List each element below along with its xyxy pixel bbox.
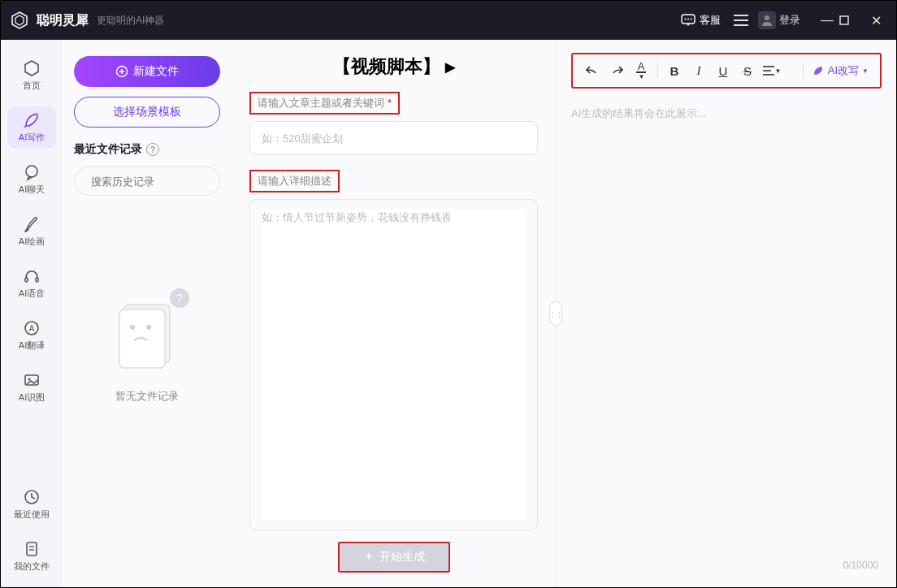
brush-icon — [23, 215, 41, 233]
file-icon — [23, 540, 41, 558]
hexagon-icon — [23, 59, 41, 77]
maximize-icon[interactable] — [839, 15, 864, 25]
svg-rect-21 — [27, 543, 37, 556]
result-panel: A▼ B I U S ▼ AI改写 ▼ AI生成的结果将会在此展示... 0/1… — [557, 40, 896, 587]
translate-icon: A — [23, 319, 41, 337]
editor-panel: 【视频脚本】 ▶ 请输入文章主题或者关键词 * 请输入详细描述 开始生成 — [232, 40, 556, 587]
page-title[interactable]: 【视频脚本】 ▶ — [249, 54, 538, 79]
menu-icon[interactable] — [734, 15, 748, 26]
sidebar-nav: 首页 AI写作 AI聊天 AI绘画 AI语音 A AI翻译 AI识图 — [1, 40, 63, 587]
nav-ai-voice[interactable]: AI语音 — [7, 262, 56, 305]
nav-my-files[interactable]: 我的文件 — [7, 535, 56, 577]
svg-rect-15 — [36, 278, 38, 282]
nav-home[interactable]: 首页 — [7, 54, 56, 97]
bold-button[interactable]: B — [663, 59, 686, 82]
app-name: 聪明灵犀 — [37, 12, 89, 29]
history-search-input[interactable] — [91, 175, 228, 188]
empty-file-icon: ? — [110, 293, 184, 374]
nav-ai-art[interactable]: AI绘画 — [7, 210, 56, 253]
plus-circle-icon — [115, 65, 128, 78]
divider-handle[interactable]: ⋮⋮ — [549, 301, 562, 326]
svg-rect-10 — [840, 16, 848, 24]
svg-marker-1 — [15, 15, 24, 25]
result-area[interactable]: AI生成的结果将会在此展示... 0/10000 — [571, 106, 882, 574]
redo-button[interactable] — [605, 59, 628, 82]
svg-text:A: A — [29, 324, 35, 333]
description-label: 请输入详细描述 — [249, 170, 340, 192]
app-subtitle: 更聪明的AI神器 — [97, 14, 164, 28]
customer-service-button[interactable]: 客服 — [681, 13, 721, 28]
generate-button[interactable]: 开始生成 — [338, 542, 450, 573]
svg-line-12 — [24, 126, 26, 128]
nav-ai-image-recog[interactable]: AI识图 — [7, 366, 56, 409]
empty-state: ? 暂无文件记录 — [74, 293, 220, 404]
leaf-icon — [812, 64, 825, 77]
minimize-icon[interactable]: — — [815, 13, 839, 28]
ai-rewrite-button[interactable]: AI改写 ▼ — [808, 63, 872, 78]
svg-point-32 — [146, 325, 151, 330]
description-input[interactable] — [262, 210, 526, 520]
sparkle-icon — [363, 551, 375, 563]
svg-rect-14 — [25, 278, 28, 282]
file-panel: 新建文件 选择场景模板 最近文件记录 ? ? 暂无文件记录 — [63, 40, 232, 587]
empty-text: 暂无文件记录 — [115, 389, 179, 404]
underline-button[interactable]: U — [712, 59, 734, 82]
undo-button[interactable] — [581, 59, 604, 82]
svg-point-19 — [28, 378, 31, 381]
description-box — [249, 199, 538, 530]
new-file-button[interactable]: 新建文件 — [74, 56, 220, 87]
svg-point-9 — [765, 15, 769, 20]
nav-ai-writing[interactable]: AI写作 — [7, 106, 56, 149]
help-icon[interactable]: ? — [146, 143, 159, 156]
question-badge-icon: ? — [170, 288, 189, 308]
svg-marker-11 — [25, 61, 38, 76]
svg-point-31 — [130, 325, 135, 330]
login-button[interactable]: 登录 — [779, 13, 800, 28]
play-icon: ▶ — [445, 59, 455, 75]
image-icon — [23, 371, 41, 389]
body-area: 首页 AI写作 AI聊天 AI绘画 AI语音 A AI翻译 AI识图 — [1, 40, 896, 587]
feather-icon — [23, 111, 41, 129]
topic-label: 请输入文章主题或者关键词 * — [249, 92, 400, 115]
strike-button[interactable]: S — [736, 59, 759, 82]
svg-marker-0 — [12, 12, 27, 28]
svg-point-4 — [687, 19, 689, 20]
topic-input[interactable] — [249, 121, 538, 155]
nav-ai-chat[interactable]: AI聊天 — [7, 158, 56, 201]
avatar-icon — [758, 11, 776, 29]
title-bar: 聪明灵犀 更聪明的AI神器 客服 登录 — ✕ — [1, 1, 896, 40]
headphones-icon — [23, 267, 41, 285]
char-count: 0/10000 — [843, 560, 878, 571]
panel-divider: ⋮⋮ — [556, 40, 557, 587]
svg-point-5 — [691, 19, 692, 20]
chat-bubble-icon — [23, 163, 41, 181]
history-header: 最近文件记录 ? — [74, 142, 220, 157]
history-search[interactable] — [74, 166, 220, 196]
select-template-button[interactable]: 选择场景模板 — [74, 97, 220, 128]
svg-point-3 — [685, 19, 687, 20]
italic-button[interactable]: I — [687, 59, 710, 82]
app-logo-icon — [9, 10, 30, 31]
align-button[interactable]: ▼ — [760, 59, 783, 82]
result-placeholder: AI生成的结果将会在此展示... — [571, 106, 882, 121]
nav-ai-translate[interactable]: A AI翻译 — [7, 314, 56, 357]
editor-toolbar: A▼ B I U S ▼ AI改写 ▼ — [571, 53, 882, 89]
close-icon[interactable]: ✕ — [864, 13, 888, 28]
text-color-button[interactable]: A▼ — [630, 59, 652, 82]
clock-icon — [23, 488, 41, 506]
svg-point-13 — [26, 166, 37, 177]
nav-recent[interactable]: 最近使用 — [7, 483, 56, 525]
chat-icon — [681, 14, 696, 27]
